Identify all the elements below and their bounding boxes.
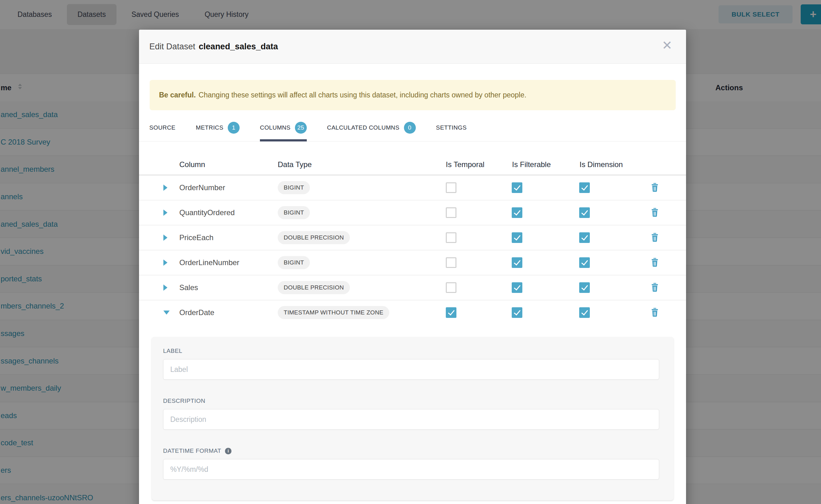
is-filterable-checkbox[interactable] [512, 182, 522, 193]
modal-title-prefix: Edit Dataset [149, 42, 195, 52]
expand-caret-icon[interactable] [163, 311, 170, 315]
tab-settings[interactable]: SETTINGS [436, 117, 467, 141]
is-filterable-checkbox[interactable] [512, 307, 522, 318]
warning-banner-text: Changing these settings will affect all … [199, 91, 527, 99]
column-data-type-pill: BIGINT [278, 206, 310, 219]
column-row: OrderLineNumber BIGINT [139, 250, 686, 275]
is-filterable-checkbox[interactable] [512, 257, 522, 268]
column-data-type-pill: DOUBLE PRECISION [278, 281, 350, 294]
datetime-format-field-label: DATETIME FORMAT i [163, 447, 662, 454]
header-column: Column [179, 160, 205, 169]
column-editor-panel: LABEL DESCRIPTION DATETIME FORMAT i [152, 337, 674, 500]
is-temporal-checkbox[interactable] [446, 282, 457, 293]
description-field-label-text: DESCRIPTION [163, 398, 205, 404]
column-name: PriceEach [179, 233, 213, 242]
label-field-label-text: LABEL [163, 348, 182, 354]
column-name: OrderNumber [179, 183, 225, 192]
tab-calculated-columns[interactable]: CALCULATED COLUMNS 0 [327, 117, 416, 141]
column-data-type-pill: DOUBLE PRECISION [278, 231, 350, 244]
datasets-page: DatabasesDatasetsSaved QueriesQuery Hist… [0, 0, 821, 504]
is-filterable-checkbox[interactable] [512, 207, 522, 218]
is-dimension-checkbox[interactable] [579, 207, 590, 218]
is-temporal-checkbox[interactable] [446, 307, 457, 318]
tab-label: CALCULATED COLUMNS [327, 124, 399, 131]
delete-column-icon[interactable] [650, 257, 660, 268]
tab-count-badge: 1 [228, 122, 240, 134]
is-temporal-checkbox[interactable] [446, 257, 457, 268]
is-filterable-checkbox[interactable] [512, 232, 522, 243]
columns-table-body: OrderNumber BIGINT QuantityOrdered BIGIN… [139, 175, 686, 325]
is-filterable-checkbox[interactable] [512, 282, 522, 293]
is-dimension-checkbox[interactable] [579, 307, 590, 318]
expand-caret-icon[interactable] [163, 210, 167, 216]
warning-banner-bold: Be careful. [159, 91, 196, 99]
delete-column-icon[interactable] [650, 307, 660, 318]
delete-column-icon[interactable] [650, 232, 660, 243]
header-is-temporal: Is Temporal [446, 160, 485, 169]
datetime-format-input[interactable] [163, 459, 659, 480]
column-data-type-pill: BIGINT [278, 181, 310, 194]
column-row: OrderDate TIMESTAMP WITHOUT TIME ZONE [139, 300, 686, 325]
column-name: OrderDate [179, 308, 214, 317]
tab-count-badge: 0 [404, 122, 416, 134]
is-temporal-checkbox[interactable] [446, 232, 457, 243]
modal-tabs: SOURCE METRICS 1 COLUMNS 25 CALCULATED C… [139, 117, 686, 141]
modal-title: Edit Dataset cleaned_sales_data [149, 30, 278, 63]
label-field-label: LABEL [163, 348, 662, 354]
tab-source[interactable]: SOURCE [149, 117, 176, 141]
is-temporal-checkbox[interactable] [446, 182, 457, 193]
tab-label: METRICS [196, 124, 223, 131]
header-data-type: Data Type [278, 160, 312, 169]
expand-caret-icon[interactable] [163, 284, 167, 291]
column-data-type-pill: TIMESTAMP WITHOUT TIME ZONE [278, 306, 389, 319]
description-field-label: DESCRIPTION [163, 398, 662, 404]
column-name: QuantityOrdered [179, 208, 235, 217]
expand-caret-icon[interactable] [163, 259, 167, 266]
modal-title-dataset-name: cleaned_sales_data [199, 42, 278, 52]
tab-label: SOURCE [149, 124, 176, 131]
tab-metrics[interactable]: METRICS 1 [196, 117, 240, 141]
delete-column-icon[interactable] [650, 282, 660, 293]
is-temporal-checkbox[interactable] [446, 207, 457, 218]
edit-dataset-modal: Edit Dataset cleaned_sales_data ✕ Be car… [139, 30, 686, 504]
is-dimension-checkbox[interactable] [579, 182, 590, 193]
columns-table-header: Column Data Type Is Temporal Is Filterab… [139, 141, 686, 175]
column-data-type-pill: BIGINT [278, 256, 310, 269]
column-name: OrderLineNumber [179, 258, 239, 267]
tab-label: COLUMNS [260, 124, 290, 131]
tab-label: SETTINGS [436, 124, 467, 131]
label-input[interactable] [163, 359, 659, 380]
is-dimension-checkbox[interactable] [579, 257, 590, 268]
column-name: Sales [179, 283, 198, 292]
is-dimension-checkbox[interactable] [579, 232, 590, 243]
header-is-dimension: Is Dimension [580, 160, 623, 169]
column-row: QuantityOrdered BIGINT [139, 200, 686, 225]
datetime-format-label-text: DATETIME FORMAT [163, 447, 221, 454]
expand-caret-icon[interactable] [163, 185, 167, 191]
is-dimension-checkbox[interactable] [579, 282, 590, 293]
column-row: Sales DOUBLE PRECISION [139, 275, 686, 300]
tab-columns[interactable]: COLUMNS 25 [260, 117, 307, 141]
tab-count-badge: 25 [295, 122, 307, 134]
warning-banner: Be careful. Changing these settings will… [150, 80, 676, 110]
header-is-filterable: Is Filterable [512, 160, 551, 169]
modal-header: Edit Dataset cleaned_sales_data ✕ [139, 30, 686, 64]
column-row: OrderNumber BIGINT [139, 175, 686, 200]
column-row: PriceEach DOUBLE PRECISION [139, 225, 686, 250]
delete-column-icon[interactable] [650, 182, 660, 193]
expand-caret-icon[interactable] [163, 235, 167, 241]
description-input[interactable] [163, 409, 659, 430]
info-icon[interactable]: i [225, 448, 231, 454]
delete-column-icon[interactable] [650, 207, 660, 218]
close-icon[interactable]: ✕ [662, 39, 672, 52]
